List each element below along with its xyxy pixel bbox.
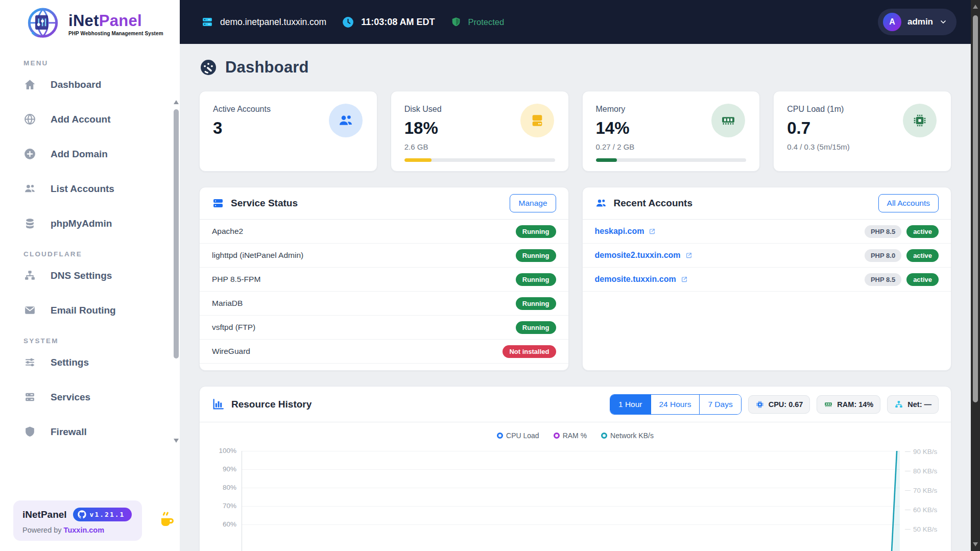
service-rows: Apache2 Running lighttpd (iNetPanel Admi… (200, 220, 568, 364)
stat-card-memory: Memory 14% 0.27 / 2 GB (582, 91, 760, 172)
time-range-group: 1 Hour 24 Hours 7 Days (610, 394, 742, 415)
scroll-up-icon[interactable] (973, 5, 978, 9)
users-icon (338, 112, 354, 129)
y-axis-tick-left: 70% (213, 502, 236, 520)
status-badge: Not installed (503, 345, 556, 358)
service-name: vsftpd (FTP) (212, 323, 255, 332)
sidebar-item-add-domain[interactable]: Add Domain (23, 142, 180, 165)
y-axis-tick-right: 80 KB/s (905, 467, 938, 487)
stat-cards: Active Accounts 3 Disk Used 18% 2.6 GB M… (199, 91, 951, 172)
sidebar-item-list-accounts[interactable]: List Accounts (23, 177, 180, 200)
network-spike-line (242, 451, 900, 551)
memory-progress-bar (596, 158, 747, 162)
sidebar-item-dns-settings[interactable]: DNS Settings (23, 264, 180, 287)
sidebar-item-dashboard[interactable]: Dashboard (23, 73, 180, 96)
window-scrollbar[interactable] (971, 0, 980, 551)
y-axis-tick-right: 50 KB/s (905, 525, 938, 545)
service-status-header: Service Status Manage (200, 187, 568, 220)
legend-ram[interactable]: RAM % (554, 432, 587, 440)
range-7-days-button[interactable]: 7 Days (700, 395, 740, 414)
y-axis-tick-left: 100% (213, 447, 236, 465)
scroll-down-icon[interactable] (973, 542, 978, 546)
scroll-up-icon[interactable] (174, 100, 179, 104)
external-link-icon (681, 276, 688, 283)
coffee-button[interactable] (157, 510, 177, 532)
sidebar-item-settings[interactable]: Settings (23, 351, 180, 374)
chart-plot-area (242, 451, 900, 551)
users-icon (595, 197, 607, 209)
account-domain-link[interactable]: heskapi.com (595, 227, 656, 236)
footer-app-name: iNetPanel (22, 509, 67, 520)
stat-card-disk-used: Disk Used 18% 2.6 GB (391, 91, 569, 172)
service-row: WireGuard Not installed (200, 340, 568, 364)
sidebar-footer: iNetPanel v1.21.1 Powered by Tuxxin.com (0, 497, 180, 551)
brand-name: iNetPanel (68, 13, 163, 29)
window-scrollbar-thumb[interactable] (973, 15, 978, 402)
status-badge: Running (516, 273, 556, 286)
nav-section-cloudflare: CLOUDFLARE (23, 250, 180, 258)
sidebar-scrollbar[interactable] (173, 95, 179, 444)
coffee-icon (157, 510, 177, 530)
service-name: PHP 8.5-FPM (212, 275, 260, 284)
panels-row: Service Status Manage Apache2 Running li… (199, 187, 951, 371)
all-accounts-button[interactable]: All Accounts (878, 194, 939, 212)
sliders-icon (23, 356, 36, 369)
php-version-badge: PHP 8.5 (865, 225, 901, 238)
sidebar-item-add-account[interactable]: Add Account (23, 108, 180, 131)
status-badge: Running (516, 297, 556, 310)
account-row: demosite.tuxxin.com PHP 8.5 active (583, 268, 951, 292)
account-state-badge: active (906, 249, 939, 262)
server-time: 11:03:08 AM EDT (361, 17, 435, 28)
gauge-icon (199, 58, 218, 77)
home-icon (23, 78, 36, 91)
y-axis-tick-left: 90% (213, 465, 236, 484)
user-menu[interactable]: A admin (878, 9, 957, 35)
resource-history-panel: Resource History 1 Hour 24 Hours 7 Days … (199, 386, 951, 551)
account-domain-link[interactable]: demosite2.tuxxin.com (595, 251, 692, 260)
avatar: A (883, 13, 901, 31)
resource-history-header: Resource History 1 Hour 24 Hours 7 Days … (200, 387, 951, 422)
protected-group: Protected (450, 16, 505, 28)
range-24-hours-button[interactable]: 24 Hours (651, 395, 700, 414)
php-version-badge: PHP 8.0 (865, 249, 901, 262)
server-stack-icon (212, 197, 224, 209)
sidebar-nav: MENU Dashboard Add Account Add Domain Li… (0, 46, 180, 497)
account-row: demosite2.tuxxin.com PHP 8.0 active (583, 244, 951, 268)
sidebar-item-phpmyadmin[interactable]: phpMyAdmin (23, 212, 180, 235)
stat-card-active-accounts: Active Accounts 3 (199, 91, 377, 172)
version-label: v1.21.1 (90, 511, 125, 518)
right-axis: 90 KB/s80 KB/s70 KB/s60 KB/s50 KB/s (905, 448, 938, 545)
chevron-down-icon (939, 18, 947, 26)
globe-icon (23, 113, 36, 126)
page-title-row: Dashboard (199, 58, 951, 77)
panel-title: Recent Accounts (614, 198, 693, 209)
cpu-icon (755, 400, 764, 409)
powered-by: Powered by Tuxxin.com (22, 526, 132, 534)
manage-button[interactable]: Manage (510, 194, 556, 212)
host-group: demo.inetpanel.tuxxin.com (201, 16, 326, 28)
stat-card-cpu-load: CPU Load (1m) 0.7 0.4 / 0.3 (5m/15m) (773, 91, 951, 172)
service-name: WireGuard (212, 347, 250, 356)
sidebar-item-services[interactable]: Services (23, 386, 180, 409)
plus-circle-icon (23, 148, 36, 160)
service-status-panel: Service Status Manage Apache2 Running li… (199, 187, 569, 371)
cpu-series-marker-icon (497, 433, 503, 439)
legend-cpu-load[interactable]: CPU Load (497, 432, 539, 440)
sidebar-scrollbar-thumb[interactable] (174, 109, 179, 358)
range-1-hour-button[interactable]: 1 Hour (610, 395, 651, 414)
users-icon (23, 182, 36, 195)
protected-shield-icon (450, 16, 462, 28)
legend-network[interactable]: Network KB/s (601, 432, 654, 440)
status-badge: Running (516, 225, 556, 238)
tuxxin-link[interactable]: Tuxxin.com (64, 526, 105, 534)
account-domain-link[interactable]: demosite.tuxxin.com (595, 275, 688, 284)
y-axis-tick-right: 90 KB/s (905, 448, 938, 467)
service-row: MariaDB Running (200, 292, 568, 316)
brand-tagline: PHP Webhosting Management System (68, 31, 163, 36)
protected-label: Protected (468, 17, 505, 27)
scroll-down-icon[interactable] (174, 439, 179, 443)
sidebar-item-firewall[interactable]: Firewall (23, 420, 180, 443)
version-badge[interactable]: v1.21.1 (73, 508, 132, 521)
time-group: 11:03:08 AM EDT (342, 16, 435, 29)
sidebar-item-email-routing[interactable]: Email Routing (23, 299, 180, 322)
